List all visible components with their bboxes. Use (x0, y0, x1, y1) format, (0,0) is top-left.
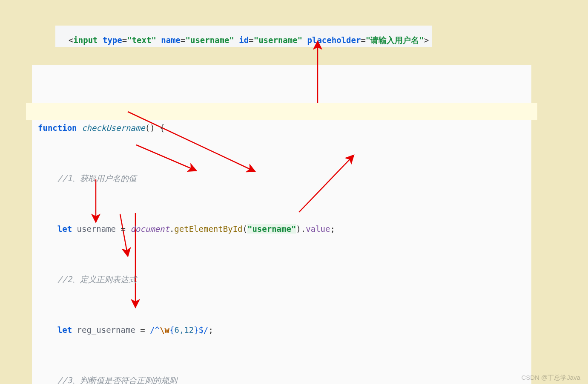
code-line-4: //2、定义正则表达式 (38, 271, 525, 288)
watermark-text: CSDN @丁总学Java (521, 374, 580, 381)
html-input-snippet: <input type="text" name="username" id="u… (55, 26, 432, 47)
tag-close: > (424, 35, 429, 45)
attr-value: "username" (254, 35, 302, 45)
function-code-block: function checkUsername() { //1、获取用户名的值 l… (32, 65, 531, 384)
code-line-2: //1、获取用户名的值 (38, 170, 525, 187)
attr-name: name (161, 35, 181, 45)
code-line-1: function checkUsername() { (38, 120, 525, 137)
code-line-3: let username = document.getElementById("… (38, 221, 525, 238)
tag-name: input (73, 35, 103, 45)
tag-open: < (69, 35, 73, 45)
attr-value: "username" (186, 35, 234, 45)
attr-name: id (239, 35, 249, 45)
attr-value: "text" (127, 35, 156, 45)
attr-name: type (103, 35, 122, 45)
attr-name: placeholder (307, 35, 361, 45)
attr-value: "请输入用户名" (366, 35, 424, 45)
code-line-5: let reg_username = /^\w{6,12}$/; (38, 322, 525, 339)
code-line-6: //3、判断值是否符合正则的规则 (38, 372, 525, 384)
